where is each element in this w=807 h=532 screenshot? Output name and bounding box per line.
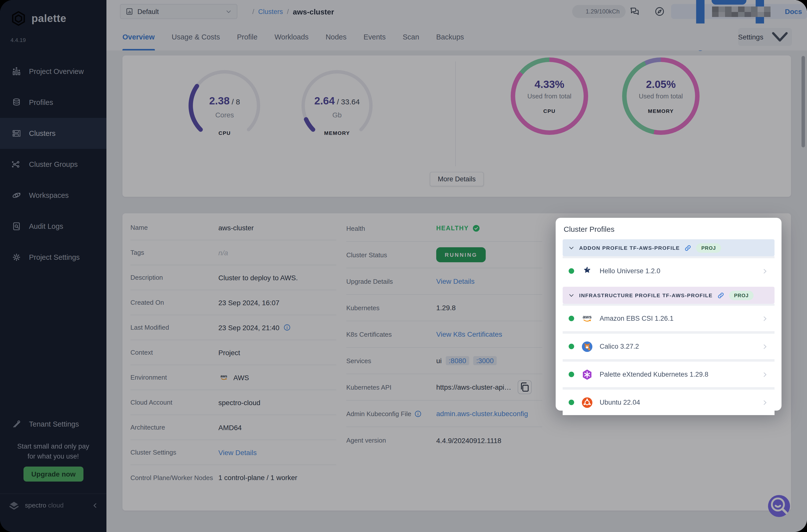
profile-pack-row[interactable]: Calico 3.27.2 — [563, 334, 774, 359]
cluster-profiles-popup: Cluster Profiles ADDON PROFILE TF-AWS-PR… — [556, 218, 782, 411]
profile-pack-row[interactable]: awsAmazon EBS CSI 1.26.1 — [563, 306, 774, 331]
profile-section-title: ADDON PROFILE TF-AWS-PROFILE — [579, 245, 680, 251]
status-dot — [569, 372, 574, 377]
ubuntu-icon — [581, 396, 593, 408]
link-icon — [684, 244, 692, 251]
status-dot — [569, 400, 574, 405]
chevron-right-icon — [762, 267, 769, 274]
status-dot — [569, 268, 574, 274]
profile-pack-row[interactable]: Palette eXtended Kubernetes 1.29.8 — [563, 362, 774, 387]
popup-sections: ADDON PROFILE TF-AWS-PROFILEPROJHello Un… — [563, 239, 774, 415]
pack-name: Ubuntu 22.04 — [600, 399, 640, 406]
profile-section-header[interactable]: INFRASTRUCTURE PROFILE TF-AWS-PROFILEPRO… — [563, 287, 774, 304]
chevron-right-icon — [762, 399, 769, 406]
pack-name: Amazon EBS CSI 1.26.1 — [600, 315, 674, 322]
profile-pack-row[interactable]: Hello Universe 1.2.0 — [563, 258, 774, 284]
pack-name: Calico 3.27.2 — [600, 343, 639, 350]
pack-name: Palette eXtended Kubernetes 1.29.8 — [600, 370, 708, 378]
profile-section-title: INFRASTRUCTURE PROFILE TF-AWS-PROFILE — [579, 292, 713, 298]
scope-badge: PROJ — [729, 290, 753, 300]
chevron-right-icon — [762, 371, 769, 378]
chevron-down-icon — [568, 292, 575, 299]
pxk-icon — [581, 368, 593, 380]
status-dot — [569, 316, 574, 321]
profile-items: awsAmazon EBS CSI 1.26.1Calico 3.27.2Pal… — [563, 304, 774, 415]
pack-name: Hello Universe 1.2.0 — [600, 267, 660, 275]
chevron-right-icon — [762, 343, 769, 350]
profile-items: Hello Universe 1.2.0 — [563, 256, 774, 284]
scope-badge: PROJ — [696, 243, 721, 252]
status-dot — [569, 344, 574, 349]
profile-section-header[interactable]: ADDON PROFILE TF-AWS-PROFILEPROJ — [563, 239, 774, 256]
calico-icon — [581, 340, 593, 353]
aws-icon: aws — [581, 312, 593, 324]
chevron-right-icon — [762, 315, 769, 322]
hello-universe-icon — [581, 265, 593, 277]
svg-text:aws: aws — [583, 314, 592, 319]
app-window: palette 4.4.19 Project OverviewProfilesC… — [0, 0, 807, 532]
link-icon — [717, 291, 725, 299]
stage: palette 4.4.19 Project OverviewProfilesC… — [0, 0, 807, 532]
popup-title: Cluster Profiles — [564, 225, 774, 233]
chevron-down-icon — [568, 245, 575, 251]
profile-pack-row[interactable]: Ubuntu 22.04 — [563, 390, 774, 415]
